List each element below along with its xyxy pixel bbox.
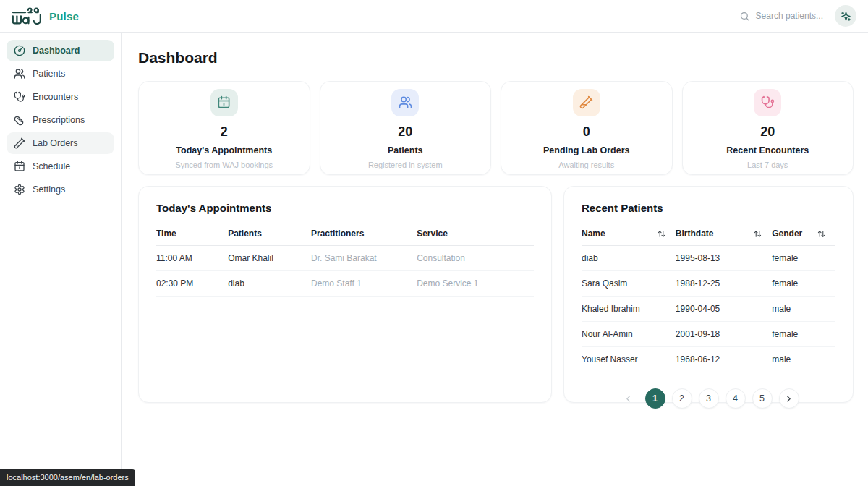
sidebar-item-encounters[interactable]: Encounters [7,86,114,108]
stethoscope-icon [14,91,25,103]
patient-row: Khaled Ibrahim 1990-04-05 male [582,297,835,322]
sidebar-item-patients[interactable]: Patients [7,63,114,85]
gear-icon [14,184,25,195]
pagination-page-2[interactable]: 2 [672,388,692,409]
sparkles-icon [841,11,851,22]
stat-sublabel: Registered in system [368,161,443,169]
column-header-patients: Patients [228,223,311,246]
cell-practitioner: Demo Staff 1 [311,271,417,297]
main-content: Dashboard 2 Today's Appointments Synced … [122,33,868,486]
status-url-tooltip: localhost:3000/asem/en/lab-orders [0,469,135,486]
sort-header-gender[interactable]: Gender [772,229,835,239]
stat-label: Recent Encounters [726,145,809,155]
pagination-next-button[interactable] [779,388,799,409]
column-header-practitioners: Practitioners [311,223,417,246]
recent-patients-title: Recent Patients [582,202,835,214]
pagination-prev-button[interactable] [618,388,639,409]
stat-value: 20 [760,124,775,140]
cell-name: Khaled Ibrahim [582,297,676,322]
pagination-page-4[interactable]: 4 [726,388,746,409]
stat-value: 2 [221,124,228,140]
cell-patient: Omar Khalil [228,246,311,271]
pagination: 1 2 3 4 5 [582,388,835,409]
cell-name: diab [582,246,676,271]
pill-icon [14,114,25,126]
test-tube-icon [14,137,25,149]
stat-value: 0 [583,124,590,140]
sidebar-item-label: Settings [33,184,65,195]
cell-name: Sara Qasim [582,271,676,297]
cell-gender: male [772,297,835,322]
cell-birthdate: 1995-08-13 [676,246,772,271]
cell-birthdate: 1990-04-05 [676,297,772,322]
ai-assistant-button[interactable] [835,5,856,27]
sidebar-item-lab-orders[interactable]: Lab Orders [7,132,114,154]
sort-header-name[interactable]: Name [582,229,676,239]
cell-name: Nour Al-Amin [582,322,676,347]
stat-value: 20 [398,124,412,140]
sort-header-birthdate[interactable]: Birthdate [676,229,772,239]
users-icon [14,68,25,80]
cell-gender: female [772,271,835,297]
sidebar: Dashboard Patients Encounters Prescripti… [0,33,122,486]
stat-sublabel: Last 7 days [747,161,788,169]
brand-name: Pulse [49,10,79,22]
search-input[interactable]: Search patients... [739,11,823,22]
cell-birthdate: 2001-09-18 [676,322,772,347]
sidebar-item-dashboard[interactable]: Dashboard [7,40,114,61]
gauge-icon [14,45,25,56]
patient-row: Nour Al-Amin 2001-09-18 female [582,322,835,347]
cell-birthdate: 1968-06-12 [676,347,772,372]
stat-label: Today's Appointments [176,145,272,155]
waj-logo [12,7,42,25]
recent-patients-table: Name Birthdate Gender [582,223,835,372]
sort-arrows-icon [817,230,825,238]
sidebar-item-label: Encounters [33,92,78,102]
cell-gender: female [772,246,835,271]
stat-sublabel: Synced from WAJ bookings [175,161,273,169]
stat-card-recent-encounters: 20 Recent Encounters Last 7 days [682,81,854,175]
sidebar-item-label: Patients [33,69,65,79]
patient-row: Sara Qasim 1988-12-25 female [582,271,835,297]
patient-row: diab 1995-08-13 female [582,246,835,271]
appointment-row: 02:30 PM diab Demo Staff 1 Demo Service … [156,271,534,297]
users-icon [399,95,412,109]
search-placeholder: Search patients... [756,11,823,21]
appointments-table: Time Patients Practitioners Service 11:0… [156,223,534,297]
sidebar-item-prescriptions[interactable]: Prescriptions [7,109,114,131]
column-header-service: Service [417,223,534,246]
sidebar-item-label: Prescriptions [33,115,85,125]
sidebar-item-label: Schedule [33,161,70,171]
search-icon [739,11,750,22]
stat-card-todays-appointments: 2 Today's Appointments Synced from WAJ b… [138,81,310,175]
cell-time: 11:00 AM [156,246,228,271]
brand: Pulse [12,7,79,25]
appointments-title: Today's Appointments [156,202,534,214]
cell-gender: male [772,347,835,372]
stats-grid: 2 Today's Appointments Synced from WAJ b… [138,81,854,175]
sort-arrows-icon [754,230,762,238]
pagination-page-3[interactable]: 3 [699,388,719,409]
cell-service: Demo Service 1 [417,271,534,297]
calendar-icon [14,161,25,172]
chevron-right-icon [784,394,793,404]
cell-patient: diab [228,271,311,297]
appointments-panel: Today's Appointments Time Patients Pract… [138,186,552,403]
stat-card-patients: 20 Patients Registered in system [320,81,492,175]
cell-gender: female [772,322,835,347]
stat-label: Pending Lab Orders [543,145,629,155]
pagination-page-5[interactable]: 5 [752,388,773,409]
cell-birthdate: 1988-12-25 [676,271,772,297]
stat-label: Patients [388,145,423,155]
stat-sublabel: Awaiting results [558,161,614,169]
patient-row: Yousef Nasser 1968-06-12 male [582,347,835,372]
sidebar-item-label: Dashboard [33,46,80,56]
sidebar-item-schedule[interactable]: Schedule [7,155,114,177]
pagination-page-1[interactable]: 1 [645,388,665,409]
page-title: Dashboard [138,49,854,67]
chevron-left-icon [624,394,633,404]
cell-name: Yousef Nasser [582,347,676,372]
sort-arrows-icon [658,230,665,238]
sidebar-item-settings[interactable]: Settings [7,179,114,200]
stethoscope-icon [761,95,775,109]
